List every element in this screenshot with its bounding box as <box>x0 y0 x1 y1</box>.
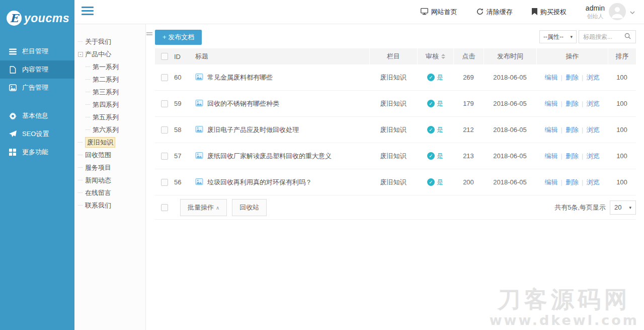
tree-item-series-2[interactable]: 第二系列 <box>74 73 145 86</box>
document-title-link[interactable]: 废旧电子产品应及时做回收处理 <box>207 125 299 135</box>
logo-text: youcms <box>24 12 69 25</box>
title-search-input[interactable] <box>583 33 624 40</box>
header-sort: 排序 <box>608 48 636 64</box>
tree-item-recycle-scope[interactable]: 回收范围 <box>74 149 145 161</box>
top-header: 网站首页 清除缓存 购买授权 admin 创始人 <box>74 0 644 24</box>
user-menu[interactable]: admin 创始人 <box>586 3 635 22</box>
image-icon <box>9 84 17 91</box>
row-id: 59 <box>174 100 195 107</box>
main-content: + 发布文档 --属性-- ▾ ID 标题 栏目 审核 点击 <box>146 24 644 330</box>
caret-down-icon: ▾ <box>629 205 631 210</box>
document-title-link[interactable]: 回收的不锈钢有哪些种类 <box>207 99 279 108</box>
sort-icon[interactable] <box>441 54 445 59</box>
tree-item-series-1[interactable]: 第一系列 <box>74 60 145 73</box>
edit-link[interactable]: 编辑 <box>545 178 558 187</box>
logo-e-icon: E <box>7 11 22 26</box>
site-home-link[interactable]: 网站首页 <box>421 8 457 17</box>
publish-document-button[interactable]: + 发布文档 <box>155 30 202 45</box>
audit-status: 是 <box>437 125 443 135</box>
batch-operations-button[interactable]: 批量操作∧ <box>180 199 227 216</box>
sidebar-item-seo-settings[interactable]: SEO设置 <box>0 125 74 143</box>
row-checkbox[interactable] <box>161 74 168 81</box>
row-id: 60 <box>174 74 195 81</box>
view-link[interactable]: 浏览 <box>586 73 599 82</box>
sidebar-item-label: 更多功能 <box>22 148 48 157</box>
recycle-bin-button[interactable]: 回收站 <box>232 199 267 216</box>
delete-link[interactable]: 删除 <box>566 152 579 161</box>
tree-item-series-6[interactable]: 第六系列 <box>74 123 145 136</box>
attribute-filter-select[interactable]: --属性-- ▾ <box>539 30 577 43</box>
tree-item-series-3[interactable]: 第三系列 <box>74 86 145 98</box>
tree-item-about[interactable]: 关于我们 <box>74 35 145 48</box>
row-sort: 100 <box>608 178 636 186</box>
view-link[interactable]: 浏览 <box>586 99 599 108</box>
document-title-link[interactable]: 废纸回收厂家解读废品塑料回收的重大意义 <box>207 152 332 161</box>
delete-link[interactable]: 删除 <box>566 178 579 187</box>
tree-item-recycle-knowledge[interactable]: 废旧知识 <box>74 136 145 149</box>
sidebar-item-label: SEO设置 <box>22 129 49 139</box>
tree-item-news[interactable]: 新闻动态 <box>74 174 145 186</box>
delete-link[interactable]: 删除 <box>566 99 579 108</box>
row-category: 废旧知识 <box>369 73 417 82</box>
tree-item-services[interactable]: 服务项目 <box>74 161 145 174</box>
document-title-link[interactable]: 常见金属废料都有哪些 <box>207 73 273 82</box>
view-link[interactable]: 浏览 <box>586 178 599 187</box>
row-sort: 100 <box>608 152 636 160</box>
refresh-icon <box>476 8 484 17</box>
row-date: 2018-06-05 <box>484 126 536 134</box>
site-home-label: 网站首页 <box>431 8 457 17</box>
row-category: 废旧知识 <box>369 178 417 187</box>
select-all-footer-checkbox[interactable] <box>161 204 168 211</box>
document-title-link[interactable]: 垃圾回收再利用真的对环保有利吗？ <box>207 178 312 187</box>
edit-link[interactable]: 编辑 <box>545 73 558 82</box>
tree-item-messages[interactable]: 在线留言 <box>74 186 145 199</box>
thumbnail-image-icon <box>195 100 203 108</box>
sidebar-item-column-manage[interactable]: 栏目管理 <box>0 42 74 60</box>
row-checkbox[interactable] <box>161 153 168 160</box>
toolbar: + 发布文档 --属性-- ▾ <box>146 24 644 44</box>
clear-cache-label: 清除缓存 <box>487 8 513 17</box>
page-size-select[interactable]: 20 ▾ <box>610 201 636 215</box>
delete-link[interactable]: 删除 <box>566 125 579 135</box>
header-clicks: 点击 <box>453 48 484 64</box>
collapse-minus-icon[interactable]: - <box>78 52 83 57</box>
header-date: 发布时间 <box>484 48 536 64</box>
row-clicks: 200 <box>453 178 484 186</box>
audit-status: 是 <box>437 178 443 187</box>
audit-check-icon: ✓ <box>427 100 435 107</box>
row-checkbox[interactable] <box>161 100 168 107</box>
sidebar-menu: 栏目管理 内容管理 广告管理 基本信息 SEO设置 <box>0 42 74 161</box>
gear-icon <box>9 112 17 120</box>
watermark-url: www.dkewl.com <box>490 312 639 328</box>
caret-down-icon: ▾ <box>570 34 573 39</box>
tree-item-series-4[interactable]: 第四系列 <box>74 98 145 111</box>
app-logo[interactable]: E youcms <box>0 0 74 29</box>
row-date: 2018-06-05 <box>484 100 536 107</box>
buy-license-label: 购买授权 <box>540 8 567 17</box>
sidebar-item-more-functions[interactable]: 更多功能 <box>0 143 74 161</box>
buy-license-link[interactable]: 购买授权 <box>532 8 567 17</box>
delete-link[interactable]: 删除 <box>566 73 579 82</box>
view-link[interactable]: 浏览 <box>586 152 599 161</box>
tree-item-series-5[interactable]: 第五系列 <box>74 111 145 123</box>
search-icon[interactable] <box>624 33 631 41</box>
edit-link[interactable]: 编辑 <box>545 152 558 161</box>
table-body: 60 常见金属废料都有哪些 废旧知识 ✓是 269 2018-06-05 编辑|… <box>155 64 636 195</box>
clear-cache-link[interactable]: 清除缓存 <box>476 8 513 17</box>
edit-link[interactable]: 编辑 <box>545 99 558 108</box>
hamburger-menu-icon[interactable] <box>82 7 94 15</box>
sidebar-item-ad-manage[interactable]: 广告管理 <box>0 79 74 97</box>
sidebar-item-content-manage[interactable]: 内容管理 <box>0 60 74 79</box>
tree-item-products[interactable]: -产品中心 <box>74 48 145 60</box>
row-checkbox[interactable] <box>161 126 168 134</box>
row-checkbox[interactable] <box>161 179 168 186</box>
row-sort: 100 <box>608 126 636 134</box>
row-sort: 100 <box>608 100 636 107</box>
sidebar-item-basic-info[interactable]: 基本信息 <box>0 107 74 125</box>
tree-item-contact[interactable]: 联系我们 <box>74 199 145 212</box>
select-all-checkbox[interactable] <box>161 53 168 60</box>
header-audit[interactable]: 审核 <box>417 48 453 64</box>
view-link[interactable]: 浏览 <box>586 125 599 135</box>
edit-link[interactable]: 编辑 <box>545 125 558 135</box>
row-clicks: 212 <box>453 126 484 134</box>
